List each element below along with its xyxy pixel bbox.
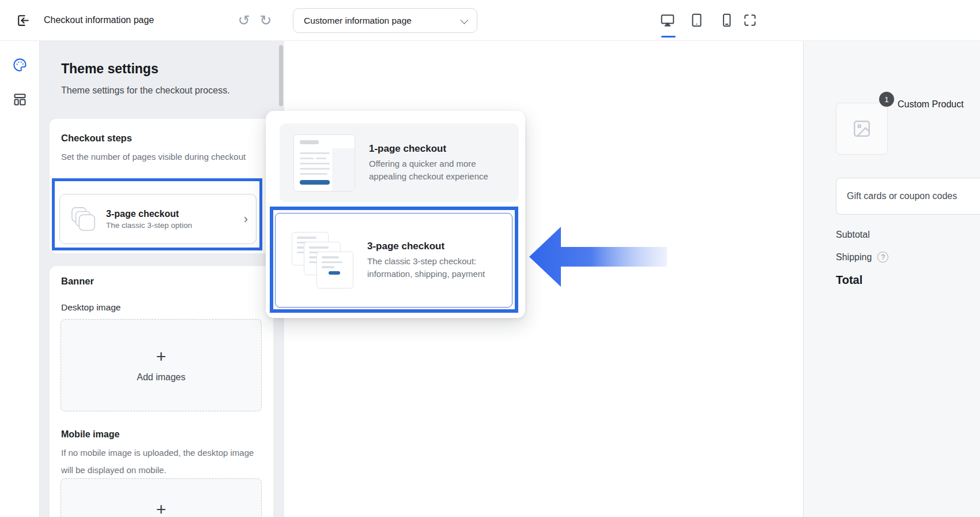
option-title: 1-page checkout	[369, 143, 495, 155]
checkout-steps-heading: Checkout steps	[61, 133, 132, 144]
thumb-line	[300, 158, 314, 159]
mobile-image-label: Mobile image	[61, 429, 119, 440]
chevron-down-icon	[460, 16, 468, 24]
thumb-line	[300, 173, 327, 175]
topbar: Checkout information page ↺ ↻ Customer i…	[0, 0, 980, 41]
1-page-thumbnail	[293, 134, 355, 192]
undo-icon[interactable]: ↺	[236, 13, 251, 28]
mobile-image-note: If no mobile image is uploaded, the desk…	[61, 444, 264, 479]
theme-settings-palette-icon[interactable]	[12, 57, 28, 73]
page-selector-dropdown[interactable]: Customer information page	[293, 8, 477, 33]
tablet-view-icon[interactable]	[688, 12, 704, 28]
banner-card: Banner Desktop image + Add images Mobile…	[50, 266, 273, 517]
product-name: Custom Product	[898, 99, 964, 110]
fullscreen-icon[interactable]	[742, 12, 758, 28]
theme-settings-panel: Theme settings Theme settings for the ch…	[39, 40, 284, 517]
active-view-underline	[661, 36, 676, 38]
option-1-page-checkout[interactable]: 1-page checkout Offering a quicker and m…	[280, 123, 519, 202]
stacked-pages-icon	[70, 206, 97, 233]
selected-checkout-steps-option[interactable]: 3-page checkout The classic 3-step optio…	[59, 194, 257, 244]
quantity-badge: 1	[878, 91, 895, 108]
sections-layout-icon[interactable]	[12, 91, 28, 107]
mobile-view-icon[interactable]	[718, 12, 734, 28]
panel-title: Theme settings	[61, 61, 159, 77]
thumb-right-column	[332, 148, 355, 191]
thumb-line	[300, 163, 330, 164]
gift-card-input[interactable]	[836, 178, 980, 215]
desktop-image-label: Desktop image	[61, 301, 120, 314]
total-label: Total	[836, 274, 862, 287]
option-description: Offering a quicker and more appealing ch…	[369, 158, 495, 183]
thumb-header-bar	[300, 140, 319, 144]
order-summary: 1 Custom Product Subtotal Shipping ? Tot…	[803, 40, 980, 517]
checkout-editor-app: Checkout information page ↺ ↻ Customer i…	[0, 0, 980, 517]
exit-editor-icon[interactable]	[15, 13, 30, 28]
mobile-add-images-dropzone[interactable]: +	[61, 478, 262, 517]
add-images-label: Add images	[137, 372, 186, 383]
chevron-right-icon: ›	[244, 213, 248, 226]
desktop-view-icon[interactable]	[659, 12, 676, 28]
thumb-line	[300, 152, 330, 154]
banner-heading: Banner	[61, 276, 94, 287]
thumb-line	[300, 168, 330, 170]
annotation-highlight-box-popup	[270, 207, 518, 313]
product-thumbnail	[836, 103, 888, 155]
option-title: 3-page checkout	[106, 209, 192, 219]
panel-subtitle: Theme settings for the checkout process.	[61, 85, 230, 96]
plus-icon: +	[156, 501, 167, 517]
shipping-label: Shipping	[836, 252, 872, 263]
panel-scrollbar[interactable]	[279, 45, 283, 106]
editor-nav-rail	[0, 40, 40, 517]
option-text: 3-page checkout The classic 3-step optio…	[106, 209, 192, 230]
page-title: Checkout information page	[44, 0, 154, 40]
option-subtitle: The classic 3-step option	[106, 221, 192, 230]
desktop-add-images-dropzone[interactable]: + Add images	[61, 319, 262, 411]
shipping-help-icon[interactable]: ?	[877, 252, 888, 263]
option-text: 1-page checkout Offering a quicker and m…	[369, 143, 495, 183]
image-placeholder-icon	[852, 119, 872, 138]
page-selector-value: Customer information page	[304, 16, 412, 26]
thumb-button-bar	[300, 180, 330, 185]
thumb-line	[316, 158, 326, 159]
subtotal-label: Subtotal	[836, 230, 870, 240]
plus-icon: +	[156, 348, 167, 365]
shipping-row: Shipping ?	[836, 252, 888, 263]
redo-icon[interactable]: ↻	[258, 13, 273, 28]
checkout-steps-description: Set the number of pages visible during c…	[61, 150, 251, 164]
